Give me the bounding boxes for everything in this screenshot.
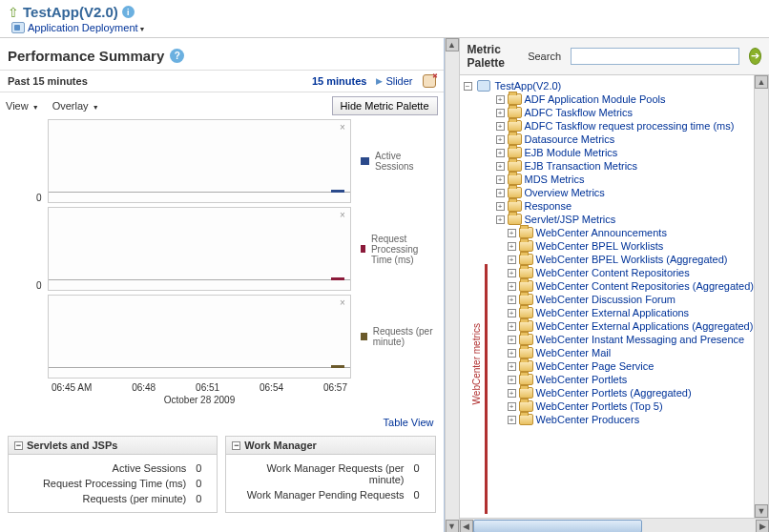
tree-node-label[interactable]: WebCenter Mail <box>536 347 612 358</box>
table-view-link[interactable]: Table View <box>384 417 434 428</box>
tree-node-label[interactable]: EJB Transaction Metrics <box>525 160 638 172</box>
tree-root[interactable]: TestApp(V2.0) <box>495 80 562 92</box>
tree-node[interactable]: WebCenter Content Repositories (Aggregat… <box>464 279 754 293</box>
expand-icon[interactable] <box>496 122 505 131</box>
expand-icon[interactable] <box>496 202 505 211</box>
deployment-menu[interactable]: Application Deployment▼ <box>28 22 146 33</box>
chart-settings-icon[interactable] <box>423 74 436 88</box>
tree-node[interactable]: Datasource Metrics <box>464 133 754 146</box>
tree-node[interactable]: ADFC Taskflow Metrics <box>464 106 754 119</box>
tree-node-label[interactable]: WebCenter Announcements <box>536 227 667 238</box>
tree-node-label[interactable]: WebCenter BPEL Worklists (Aggregated) <box>536 254 728 265</box>
scroll-up-icon[interactable]: ▲ <box>446 38 459 51</box>
tree-node[interactable]: MDS Metrics <box>464 173 754 186</box>
expand-icon[interactable] <box>496 135 505 144</box>
expand-icon[interactable] <box>496 189 505 197</box>
tree-node[interactable]: Overview Metrics <box>464 186 754 199</box>
tree-node[interactable]: WebCenter Page Service <box>464 359 754 373</box>
tree-node-label[interactable]: WebCenter Portlets (Top 5) <box>536 400 663 412</box>
tree-node-label[interactable]: WebCenter Discussion Forum <box>536 294 676 305</box>
expand-icon[interactable] <box>508 229 516 237</box>
tree-node-label[interactable]: ADFC Taskflow Metrics <box>525 107 633 118</box>
expand-icon[interactable] <box>508 349 516 358</box>
tree-node-label[interactable]: Datasource Metrics <box>525 133 615 145</box>
expand-icon[interactable] <box>496 175 505 184</box>
tree-node[interactable]: WebCenter External Applications <box>464 306 754 319</box>
palette-scrollbar[interactable]: ▲ ▼ <box>754 75 769 518</box>
tree-node-label[interactable]: ADFC Taskflow request processing time (m… <box>525 120 735 132</box>
tree-node[interactable]: WebCenter Discussion Forum <box>464 293 754 306</box>
tree-node[interactable]: WebCenter Portlets <box>464 373 754 386</box>
scroll-down-icon[interactable]: ▼ <box>755 504 768 518</box>
time-range-link[interactable]: 15 minutes <box>312 75 366 87</box>
tree-node-label[interactable]: WebCenter Portlets <box>536 374 628 385</box>
tree-node-label[interactable]: WebCenter Content Repositories (Aggregat… <box>536 280 754 292</box>
tree-node-label[interactable]: WebCenter External Applications (Aggrega… <box>536 320 754 332</box>
slider-toggle[interactable]: ▶Slider <box>376 75 412 87</box>
scroll-right-icon[interactable]: ▶ <box>756 520 769 533</box>
expand-icon[interactable] <box>496 162 505 171</box>
tree-node-label[interactable]: Overview Metrics <box>525 187 605 198</box>
expand-icon[interactable] <box>508 362 516 371</box>
left-scrollbar[interactable]: ▲ ▼ <box>445 38 460 532</box>
tree-node[interactable]: Servlet/JSP Metrics <box>464 213 754 226</box>
tree-node[interactable]: WebCenter Producers <box>464 413 754 426</box>
expand-icon[interactable] <box>508 336 516 344</box>
help-icon[interactable]: ? <box>170 49 184 63</box>
overlay-menu[interactable]: Overlay ▼ <box>52 100 99 112</box>
expand-icon[interactable] <box>508 322 516 331</box>
tree-node[interactable]: WebCenter BPEL Worklists (Aggregated) <box>464 253 754 266</box>
search-input[interactable] <box>571 48 739 65</box>
tree-node-label[interactable]: WebCenter BPEL Worklists <box>536 240 664 252</box>
chart-plot[interactable]: × <box>48 207 351 291</box>
close-icon[interactable]: × <box>337 122 348 133</box>
tree-node[interactable]: WebCenter Portlets (Top 5) <box>464 399 754 413</box>
tree-node[interactable]: WebCenter Announcements <box>464 226 754 239</box>
search-go-button[interactable]: ➔ <box>749 48 761 65</box>
scroll-left-icon[interactable]: ◀ <box>460 520 473 533</box>
tree-node-label[interactable]: WebCenter Producers <box>536 414 640 425</box>
tree-node[interactable]: WebCenter Portlets (Aggregated) <box>464 386 754 399</box>
chart-plot[interactable]: × <box>48 119 351 203</box>
expand-icon[interactable] <box>496 149 505 157</box>
info-icon[interactable]: i <box>122 6 135 18</box>
tree-node[interactable]: WebCenter External Applications (Aggrega… <box>464 319 754 333</box>
tree-node[interactable]: EJB Transaction Metrics <box>464 159 754 173</box>
tree-node[interactable]: WebCenter BPEL Worklists <box>464 239 754 253</box>
tree-node-label[interactable]: Response <box>525 200 572 212</box>
expand-icon[interactable] <box>508 296 516 304</box>
expand-icon[interactable] <box>508 416 516 424</box>
tree-node[interactable]: EJB Module Metrics <box>464 146 754 159</box>
tree-node-label[interactable]: WebCenter Portlets (Aggregated) <box>536 387 692 399</box>
expand-icon[interactable] <box>464 82 472 91</box>
chart-plot[interactable]: × <box>48 295 351 379</box>
expand-icon[interactable] <box>508 376 516 384</box>
tree-node-label[interactable]: ADF Application Module Pools <box>525 93 666 105</box>
collapse-icon[interactable]: − <box>232 441 240 450</box>
expand-icon[interactable] <box>508 269 516 277</box>
tree-node-label[interactable]: Servlet/JSP Metrics <box>525 214 616 225</box>
expand-icon[interactable] <box>508 389 516 398</box>
hide-metric-palette-button[interactable]: Hide Metric Palette <box>332 96 438 115</box>
close-icon[interactable]: × <box>337 297 348 309</box>
tree-node[interactable]: ADF Application Module Pools <box>464 92 754 106</box>
tree-node[interactable]: ADFC Taskflow request processing time (m… <box>464 119 754 133</box>
tree-node[interactable]: WebCenter Mail <box>464 346 754 359</box>
expand-icon[interactable] <box>508 282 516 291</box>
tree-node-label[interactable]: EJB Module Metrics <box>525 147 618 158</box>
close-icon[interactable]: × <box>337 210 348 221</box>
view-menu[interactable]: View ▼ <box>6 100 39 112</box>
tree-node-label[interactable]: WebCenter Page Service <box>536 360 655 372</box>
expand-icon[interactable] <box>508 256 516 264</box>
tree-node-label[interactable]: WebCenter External Applications <box>536 307 690 318</box>
scroll-up-icon[interactable]: ▲ <box>755 75 768 89</box>
tree-node-label[interactable]: MDS Metrics <box>525 174 585 185</box>
expand-icon[interactable] <box>496 95 505 104</box>
collapse-icon[interactable]: − <box>14 441 23 450</box>
scroll-down-icon[interactable]: ▼ <box>446 520 459 532</box>
tree-node[interactable]: Response <box>464 199 754 213</box>
up-arrow-icon[interactable]: ⇧ <box>8 5 19 20</box>
palette-hscrollbar[interactable]: ◀ ▶ <box>460 518 769 532</box>
expand-icon[interactable] <box>496 215 505 224</box>
scroll-thumb[interactable] <box>473 520 643 533</box>
